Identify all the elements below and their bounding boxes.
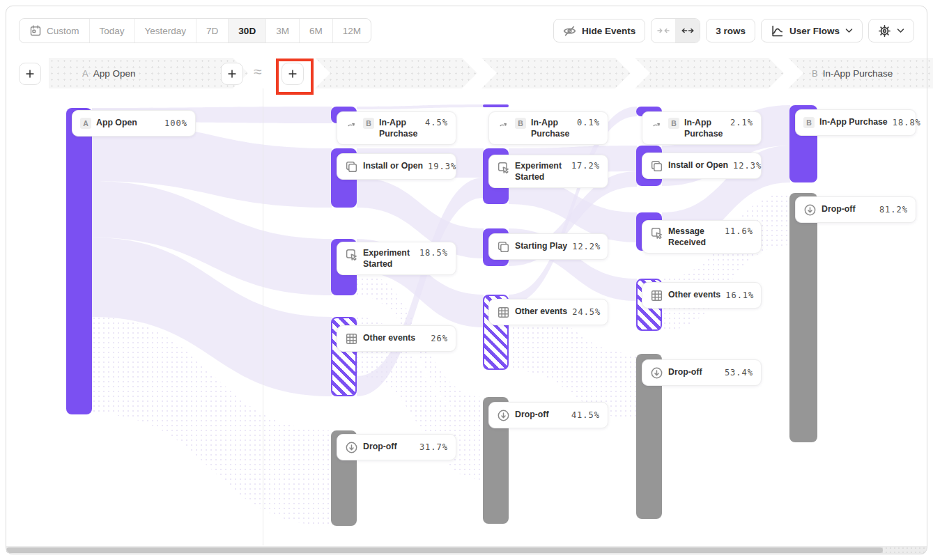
flow-node-card[interactable]: Experiment Started18.5% bbox=[337, 242, 456, 275]
dropoff-icon bbox=[650, 366, 663, 380]
dropoff-icon bbox=[497, 409, 510, 422]
flow-node-label: Starting Play bbox=[515, 241, 567, 252]
date-range-selector: CustomTodayYesterday7D30D3M6M12M bbox=[19, 18, 371, 43]
date-range-custom[interactable]: Custom bbox=[20, 19, 89, 42]
toolbar-right-group: Hide Events 3 rows bbox=[553, 18, 914, 43]
flow-node-percent: 12.2% bbox=[572, 242, 601, 251]
flow-node-bar[interactable] bbox=[483, 104, 509, 107]
date-range-yesterday[interactable]: Yesterday bbox=[134, 19, 196, 42]
grid-icon bbox=[497, 306, 510, 319]
flow-node-percent: 4.5% bbox=[425, 118, 448, 127]
flow-ribbon bbox=[357, 104, 484, 109]
scrollbar-thumb[interactable] bbox=[6, 547, 883, 553]
step-banner-empty[interactable] bbox=[315, 58, 477, 88]
flow-node-card[interactable]: Install or Open12.3% bbox=[642, 153, 762, 179]
step-banner-b[interactable]: BIn-App Purchase bbox=[788, 58, 933, 88]
step-banner-a[interactable]: AApp Open bbox=[49, 58, 248, 88]
grid-icon bbox=[650, 289, 663, 302]
date-range-label: 7D bbox=[206, 26, 218, 36]
date-range-12m[interactable]: 12M bbox=[332, 19, 371, 42]
date-range-3m[interactable]: 3M bbox=[265, 19, 299, 42]
flow-node-card[interactable]: AApp Open100% bbox=[72, 110, 196, 137]
flow-node-label: Drop-off bbox=[668, 367, 702, 378]
step-letter: B bbox=[812, 68, 818, 79]
flow-node-card[interactable]: Drop-off41.5% bbox=[488, 402, 608, 428]
step-label: In-App Purchase bbox=[823, 68, 893, 79]
date-range-label: Yesterday bbox=[145, 26, 187, 36]
date-range-30d[interactable]: 30D bbox=[228, 19, 265, 42]
flow-node-label: In-App Purchase bbox=[379, 118, 420, 140]
date-range-7d[interactable]: 7D bbox=[196, 19, 228, 42]
chart-type-label: User Flows bbox=[789, 26, 840, 36]
gear-icon bbox=[878, 24, 891, 38]
flow-node-bar[interactable] bbox=[789, 193, 817, 442]
flow-node-card[interactable]: Experiment Started17.2% bbox=[488, 155, 608, 188]
flow-node-card[interactable]: Drop-off53.4% bbox=[642, 359, 762, 386]
panel-divider bbox=[263, 88, 263, 545]
flow-node-card[interactable]: Drop-off31.7% bbox=[337, 434, 456, 460]
flow-steps-header: AApp Open ≈ BIn-App Purchase bbox=[0, 58, 933, 88]
arrows-collapse-icon bbox=[657, 26, 670, 35]
flow-node-label: In-App Purchase bbox=[819, 117, 888, 128]
rows-button[interactable]: 3 rows bbox=[706, 19, 755, 42]
chevron-down-icon bbox=[845, 28, 853, 33]
step-banner-empty[interactable] bbox=[481, 58, 631, 88]
dropoff-icon bbox=[345, 441, 358, 454]
collapse-columns-button[interactable] bbox=[651, 19, 675, 42]
date-range-label: Today bbox=[100, 26, 125, 36]
step-letter-badge: B bbox=[515, 118, 526, 129]
add-step-button[interactable] bbox=[19, 63, 41, 85]
copy-icon bbox=[497, 240, 510, 254]
flow-node-card[interactable]: Message Received11.6% bbox=[642, 220, 762, 254]
annotation-highlight bbox=[276, 59, 314, 95]
flow-node-label: Other events bbox=[363, 333, 415, 344]
trend-icon bbox=[650, 118, 663, 131]
flow-node-label: Experiment Started bbox=[363, 248, 415, 270]
flow-node-label: In-App Purchase bbox=[531, 118, 572, 140]
flow-node-card[interactable]: BIn-App Purchase18.8% bbox=[795, 109, 916, 136]
date-range-label: 6M bbox=[309, 26, 323, 36]
user-flows-report: AApp Open100% BIn-App Purchase4.5% Insta… bbox=[0, 0, 933, 560]
expand-columns-button[interactable] bbox=[675, 19, 700, 42]
flow-node-card[interactable]: BIn-App Purchase4.5% bbox=[337, 111, 456, 145]
flow-node-card[interactable]: Other events24.5% bbox=[488, 299, 608, 325]
trend-icon bbox=[497, 118, 510, 131]
flow-node-label: Install or Open bbox=[668, 160, 728, 171]
date-range-6m[interactable]: 6M bbox=[299, 19, 332, 42]
dropoff-icon bbox=[803, 203, 817, 217]
flow-node-card[interactable]: Starting Play12.2% bbox=[488, 233, 608, 260]
flow-node-card[interactable]: BIn-App Purchase2.1% bbox=[642, 111, 762, 145]
eye-off-icon bbox=[563, 24, 576, 38]
date-range-label: Custom bbox=[47, 26, 79, 36]
flow-node-percent: 81.2% bbox=[879, 205, 908, 215]
horizontal-scrollbar[interactable] bbox=[6, 546, 927, 554]
flow-node-label: Experiment Started bbox=[515, 161, 566, 183]
hide-events-button[interactable]: Hide Events bbox=[553, 19, 645, 42]
hide-events-label: Hide Events bbox=[582, 26, 635, 36]
flow-node-percent: 18.5% bbox=[419, 248, 448, 258]
copy-icon bbox=[345, 160, 358, 173]
chevron-down-icon bbox=[897, 28, 904, 33]
settings-dropdown[interactable] bbox=[868, 19, 914, 42]
flow-node-card[interactable]: Drop-off81.2% bbox=[795, 196, 916, 223]
flow-node-percent: 2.1% bbox=[730, 118, 753, 127]
flow-node-card[interactable]: BIn-App Purchase0.1% bbox=[488, 111, 608, 145]
flow-node-percent: 24.5% bbox=[572, 307, 601, 317]
step-banner-empty[interactable] bbox=[635, 58, 784, 88]
flow-node-label: Drop-off bbox=[363, 442, 397, 453]
flow-node-bar[interactable] bbox=[66, 108, 92, 414]
flow-node-card[interactable]: Other events26% bbox=[337, 325, 456, 352]
plus-icon bbox=[24, 68, 36, 79]
user-flows-icon bbox=[771, 24, 784, 38]
date-range-today[interactable]: Today bbox=[89, 19, 134, 42]
date-range-label: 3M bbox=[276, 26, 289, 36]
flow-node-card[interactable]: Install or Open19.3% bbox=[337, 153, 456, 180]
flow-node-percent: 100% bbox=[164, 118, 187, 128]
step-label: App Open bbox=[93, 68, 136, 79]
flow-node-percent: 16.1% bbox=[725, 290, 754, 300]
flow-node-percent: 41.5% bbox=[571, 410, 600, 420]
add-step-button[interactable] bbox=[221, 63, 243, 85]
flow-node-card[interactable]: Other events16.1% bbox=[642, 282, 762, 309]
chart-type-dropdown[interactable]: User Flows bbox=[761, 19, 863, 42]
flow-node-percent: 11.6% bbox=[725, 226, 753, 236]
